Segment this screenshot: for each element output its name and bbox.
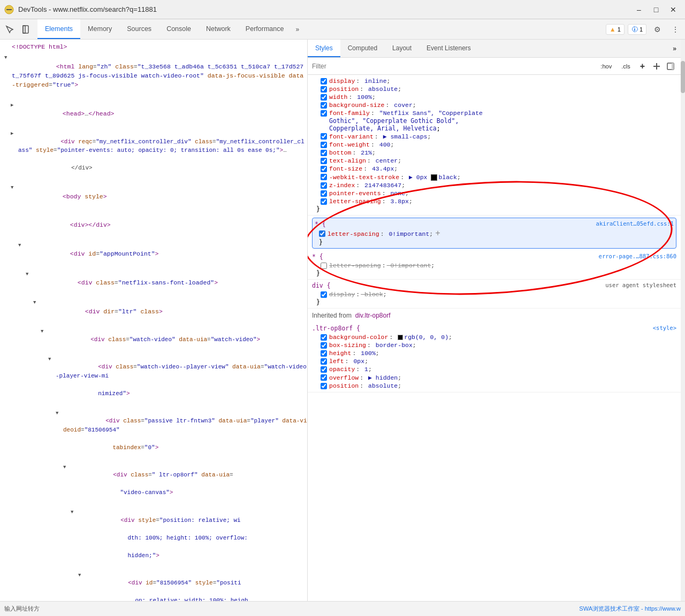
line-expand-arrow[interactable]	[18, 241, 26, 250]
css-source-useragent: user agent stylesheet	[605, 282, 676, 288]
html-line-81506954[interactable]: <div id="81506954" style="positi on: rel…	[0, 569, 307, 602]
line-expand-arrow[interactable]	[56, 409, 63, 418]
tab-event-listeners[interactable]: Event Listeners	[419, 40, 478, 57]
css-checkbox-bg-color[interactable]	[321, 334, 327, 341]
more-tabs-button[interactable]: »	[291, 19, 303, 39]
css-checkbox-overflow[interactable]	[321, 374, 327, 381]
tab-console[interactable]: Console	[159, 19, 199, 39]
line-expand-arrow[interactable]	[41, 327, 48, 336]
css-source-style[interactable]: <style>	[653, 325, 676, 331]
line-expand-arrow[interactable]	[63, 463, 71, 472]
new-rule-icon[interactable]	[651, 60, 663, 72]
html-line-appmount[interactable]: <div id="appMountPoint">	[0, 240, 307, 268]
styles-content[interactable]: display: inline; position: absolute; wid…	[308, 75, 681, 601]
device-icon[interactable]	[18, 22, 33, 37]
line-expand-arrow[interactable]	[78, 571, 86, 580]
line-expand-arrow[interactable]	[11, 101, 18, 110]
html-line-video-canvas[interactable]: <div class=" ltr-op8orf" data-uia= "vide…	[0, 461, 307, 507]
tab-computed[interactable]: Computed	[340, 40, 385, 57]
css-checkbox-display-ua[interactable]	[321, 291, 327, 298]
more-styles-tabs[interactable]: »	[668, 40, 681, 57]
css-checkbox-position[interactable]	[321, 86, 327, 93]
line-expand-arrow[interactable]	[4, 53, 12, 62]
css-rule-errorpage: * { error-page.…887.css:860 letter-spaci…	[308, 251, 681, 280]
html-line-head[interactable]: <head>…</head>	[0, 99, 307, 128]
html-line-player-view[interactable]: <div class="watch-video--player-view" da…	[0, 353, 307, 407]
css-checkbox-position-inherited[interactable]	[321, 383, 327, 389]
css-selector-star[interactable]: * {	[315, 220, 326, 228]
html-line-relative[interactable]: <div style="position: relative; wi dth: …	[0, 506, 307, 569]
inspect-icon[interactable]	[2, 22, 17, 37]
html-line-nflx-font[interactable]: <div class="netflix-sans-font-loaded">	[0, 268, 307, 297]
css-checkbox-font-family[interactable]	[321, 110, 327, 117]
right-scrollbar[interactable]	[681, 40, 685, 601]
html-line-watch-video[interactable]: <div class="watch-video" data-uia="watch…	[0, 326, 307, 353]
line-expand-arrow[interactable]	[11, 129, 18, 138]
css-add-property-button[interactable]: +	[433, 229, 443, 238]
hov-button[interactable]: :hov	[597, 61, 615, 71]
tab-styles[interactable]: Styles	[308, 40, 340, 57]
css-checkbox-bg-size[interactable]	[321, 102, 327, 109]
html-line-player[interactable]: <div class="passive ltr-fntwn3" data-uia…	[0, 407, 307, 461]
tab-performance[interactable]: Performance	[238, 19, 292, 39]
tab-elements[interactable]: Elements	[37, 19, 80, 39]
html-scroll-area[interactable]: <!DOCTYPE html> <html lang="zh" class="t…	[0, 40, 307, 601]
html-line-html[interactable]: <html lang="zh" class="t_33e568 t_adb46a…	[0, 52, 307, 99]
line-expand-arrow[interactable]	[26, 270, 33, 279]
close-button[interactable]: ✕	[666, 3, 681, 16]
css-checkbox-display[interactable]	[321, 78, 327, 84]
css-checkbox-letter-spacing-3[interactable]	[321, 263, 327, 269]
main-tabs: Elements Memory Sources Console Network …	[37, 19, 303, 39]
css-prop-box-sizing: box-sizing: border-box;	[312, 341, 676, 349]
css-checkbox-text-align[interactable]	[321, 158, 327, 164]
css-checkbox-width[interactable]	[321, 94, 327, 101]
css-checkbox-bottom[interactable]	[321, 150, 327, 156]
html-line-ltr[interactable]: <div dir="ltr" class>	[0, 297, 307, 326]
tab-sources[interactable]: Sources	[119, 19, 159, 39]
tab-network[interactable]: Network	[199, 19, 238, 39]
line-expand-arrow[interactable]	[71, 508, 78, 517]
html-line-body[interactable]: <body style>	[0, 182, 307, 211]
css-selector-ltr-op8orf[interactable]: .ltr-op8orf {	[312, 325, 360, 332]
css-checkbox-height[interactable]	[321, 350, 327, 357]
css-checkbox-pointer-events[interactable]	[321, 190, 327, 197]
cls-button[interactable]: .cls	[618, 61, 634, 71]
css-source-errorpage[interactable]: error-page.…887.css:860	[599, 253, 676, 259]
toggle-sidebar-icon[interactable]	[665, 60, 676, 72]
css-checkbox-box-sizing[interactable]	[321, 342, 327, 349]
info-badge[interactable]: 🛈 1	[628, 24, 646, 35]
html-line-netflix-controller[interactable]: <div reqc="my_netflix_controller_div" cl…	[0, 128, 307, 182]
settings-icon[interactable]: ⚙	[650, 22, 665, 37]
line-expand-arrow[interactable]	[48, 355, 56, 364]
tab-memory[interactable]: Memory	[80, 19, 119, 39]
css-selector-div[interactable]: div {	[312, 282, 331, 289]
line-expand-arrow[interactable]	[11, 183, 18, 192]
css-checkbox-z-index[interactable]	[321, 182, 327, 189]
more-options-icon[interactable]: ⋮	[668, 22, 683, 37]
css-checkbox-opacity[interactable]	[321, 366, 327, 373]
top-toolbar: Elements Memory Sources Console Network …	[0, 19, 685, 40]
toolbar-right: ▲ 1 🛈 1 ⚙ ⋮	[606, 22, 683, 37]
warning-badge[interactable]: ▲ 1	[606, 24, 625, 35]
filter-input[interactable]	[312, 63, 597, 70]
css-checkbox-letter-spacing-1[interactable]	[321, 198, 327, 205]
css-checkbox-left[interactable]	[321, 358, 327, 365]
inherited-from-link[interactable]: div.ltr-op8orf	[355, 312, 391, 319]
tab-layout[interactable]: Layout	[385, 40, 419, 57]
css-prop-font-weight: font-weight: 400;	[312, 141, 676, 149]
css-checkbox-font-size[interactable]	[321, 166, 327, 172]
add-style-button[interactable]: +	[636, 60, 649, 73]
css-selector-star2[interactable]: * {	[312, 253, 323, 260]
line-expand-arrow[interactable]	[33, 298, 41, 307]
css-prop-display-ua: display: block;	[312, 290, 676, 298]
css-checkbox-webkit-stroke[interactable]	[321, 174, 327, 180]
css-checkbox-letter-spacing-2[interactable]	[319, 230, 325, 237]
scrollbar-thumb	[681, 61, 685, 93]
css-checkbox-font-variant[interactable]	[321, 133, 327, 140]
css-checkbox-font-weight[interactable]	[321, 142, 327, 148]
css-prop-z-index: z-index: 2147483647;	[312, 181, 676, 189]
minimize-button[interactable]: –	[631, 3, 646, 16]
maximize-button[interactable]: □	[649, 3, 664, 16]
css-prop-height: height: 100%;	[312, 349, 676, 357]
css-source-akira[interactable]: akiraClient…05efd.css:1	[596, 220, 674, 227]
